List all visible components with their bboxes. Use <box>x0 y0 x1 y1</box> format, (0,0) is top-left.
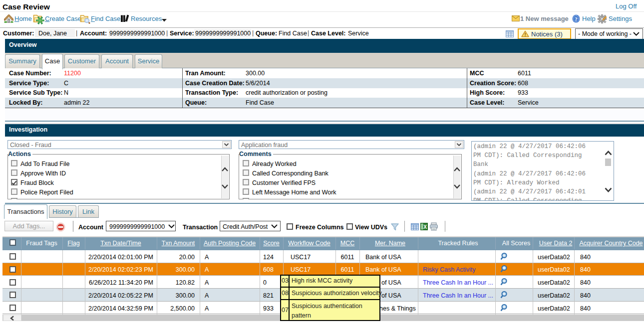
svg-text:?: ? <box>575 16 578 22</box>
svg-text:X: X <box>423 224 427 230</box>
